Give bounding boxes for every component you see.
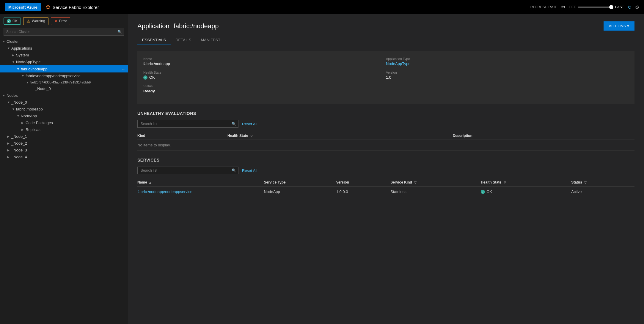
services-table: Name ▲ Service Type Version Service Kind…: [137, 178, 634, 197]
filter-icon[interactable]: ▽: [414, 181, 417, 184]
services-title: SERVICES: [137, 158, 634, 162]
search-cluster-icon: 🔍: [117, 30, 122, 34]
ess-version: Version 1.0: [386, 71, 629, 80]
health-ok-badge: ✓ OK: [481, 189, 568, 194]
col-name-label: Name: [137, 180, 147, 184]
ess-name: Name fabric:/nodeapp: [143, 57, 386, 66]
tree-item-replica[interactable]: ▼ 5ef23f37-633c-43ac-a138-7e15314a6bb9: [0, 79, 128, 85]
services-reset-all[interactable]: Reset All: [242, 168, 257, 173]
tree-item-nodeappservice[interactable]: ▼ fabric:/nodeapp/nodeappservice: [0, 72, 128, 79]
col-hstate-label: Health State: [481, 180, 501, 184]
tab-essentials[interactable]: ESSENTIALS: [137, 35, 171, 45]
filter-icon[interactable]: ▽: [504, 181, 506, 184]
col-svc-kind: Service Kind ▽: [390, 178, 481, 187]
tree-item-fabric-nodeapp-2[interactable]: ▼ fabric:/nodeapp: [0, 106, 128, 113]
refresh-icon[interactable]: ↻: [628, 4, 632, 10]
azure-logo: Microsoft Azure: [5, 3, 41, 11]
ess-apptype: Application Type NodeAppType: [386, 57, 629, 66]
off-label: OFF: [569, 5, 576, 9]
tab-details[interactable]: DETAILS: [171, 35, 196, 45]
tree-item-replicas[interactable]: ▶ Replicas: [0, 126, 128, 133]
ess-name-value: fabric:/nodeapp: [143, 61, 386, 66]
refresh-slider[interactable]: [578, 7, 613, 8]
fast-label: FAST: [615, 5, 624, 9]
ok-circle-icon: ✓: [481, 190, 485, 194]
gear-icon[interactable]: ⚙: [635, 4, 639, 10]
chevron-icon: ▶: [21, 121, 26, 124]
ok-label: OK: [12, 19, 18, 23]
topbar: Microsoft Azure ✿ Service Fabric Explore…: [0, 0, 644, 14]
services-search-input[interactable]: [137, 167, 238, 174]
sf-icon: ✿: [46, 4, 50, 10]
tree-item-applications[interactable]: ▼ Applications: [0, 45, 128, 52]
table-row-empty: No items to display.: [137, 140, 634, 151]
tree-label: _Node_4: [11, 155, 27, 159]
warning-icon: ⚠: [26, 19, 30, 23]
topbar-right: REFRESH RATE 2s OFF FAST ↻ ⚙: [530, 4, 639, 10]
error-button[interactable]: ✕ Error: [51, 17, 70, 25]
tree-label: System: [16, 53, 29, 57]
ess-apptype-label: Application Type: [386, 57, 629, 61]
tree-item-node2[interactable]: ▶ _Node_2: [0, 140, 128, 147]
chevron-icon: ▼: [17, 67, 21, 71]
ok-button[interactable]: ✓ OK: [4, 18, 21, 25]
ess-status-value: Ready: [143, 89, 386, 93]
ess-health-text: OK: [149, 75, 155, 80]
ok-icon: ✓: [7, 19, 11, 23]
chevron-icon: ▶: [21, 128, 26, 131]
tree-item-node1[interactable]: ▶ _Node_1: [0, 133, 128, 140]
chevron-icon: ▼: [2, 94, 7, 97]
tree-label: Applications: [11, 46, 32, 50]
unhealthy-title: UNHEALTHY EVALUATIONS: [137, 111, 634, 116]
filter-icon[interactable]: ▽: [250, 134, 253, 137]
tree-item-node0-top[interactable]: ▼ _Node_0: [0, 99, 128, 106]
warning-button[interactable]: ⚠ Warning: [23, 17, 48, 25]
col-description: Description: [453, 132, 634, 140]
col-svc-health: Health State ▽: [481, 178, 571, 187]
ess-status-label: Status: [143, 84, 386, 88]
tab-manifest[interactable]: MANIFEST: [196, 35, 225, 45]
chevron-icon: ▼: [7, 101, 11, 104]
svc-name-link[interactable]: fabric:/nodeapp/nodeappservice: [137, 189, 192, 194]
table-row: fabric:/nodeapp/nodeappservice NodeApp 1…: [137, 187, 634, 197]
tree-item-node4[interactable]: ▶ _Node_4: [0, 154, 128, 160]
svc-name-cell: fabric:/nodeapp/nodeappservice: [137, 187, 264, 197]
error-icon: ✕: [54, 19, 58, 23]
page-title-name: fabric:/nodeapp: [174, 22, 219, 30]
app-title: ✿ Service Fabric Explorer: [46, 4, 99, 10]
tree-label: Nodes: [7, 93, 18, 98]
tree-item-node3[interactable]: ▶ _Node_3: [0, 147, 128, 154]
tree-item-fabric-nodeapp[interactable]: ▼ fabric:/nodeapp ···: [0, 65, 128, 72]
empty-message: No items to display.: [137, 140, 634, 151]
tree-item-system[interactable]: ▶ System: [0, 52, 128, 59]
search-cluster-input[interactable]: [4, 28, 124, 36]
ess-apptype-link[interactable]: NodeAppType: [386, 61, 629, 66]
search-cluster: 🔍: [4, 28, 124, 36]
tree-label: NodeAppType: [16, 60, 40, 64]
chevron-icon: ▼: [21, 74, 26, 78]
tree-dots-icon[interactable]: ···: [122, 67, 125, 71]
tree-item-code-packages[interactable]: ▶ Code Packages: [0, 119, 128, 126]
tree-item-nodeapptype[interactable]: ▼ NodeAppType: [0, 59, 128, 65]
tree-item-cluster[interactable]: ▼ Cluster: [0, 38, 128, 45]
chevron-icon: ▶: [7, 148, 11, 152]
page-title: Application fabric:/nodeapp: [137, 22, 219, 30]
tree-item-nodeapp[interactable]: ▼ NodeApp: [0, 113, 128, 119]
app-title-text: Service Fabric Explorer: [53, 5, 99, 10]
essentials-section: Name fabric:/nodeapp Health State ✓ OK S…: [128, 45, 644, 203]
filter-icon[interactable]: ▽: [584, 181, 587, 184]
unhealthy-reset-all[interactable]: Reset All: [242, 122, 257, 126]
essentials-grid: Name fabric:/nodeapp Health State ✓ OK S…: [137, 51, 634, 104]
tree-item-nodes[interactable]: ▼ Nodes: [0, 92, 128, 99]
tree-label: fabric:/nodeapp: [16, 107, 43, 111]
actions-button[interactable]: ACTIONS ▾: [604, 21, 634, 31]
chevron-icon: ▼: [7, 47, 11, 50]
col-svc-type: Service Type: [264, 178, 336, 187]
col-svc-name[interactable]: Name ▲: [137, 178, 264, 187]
tree-item-node0-leaf[interactable]: _Node_0: [0, 85, 128, 92]
chevron-icon: ▶: [7, 155, 11, 159]
unhealthy-search-input[interactable]: [137, 120, 238, 128]
content-header: Application fabric:/nodeapp ACTIONS ▾: [128, 14, 644, 31]
tree-label: fabric:/nodeapp/nodeappservice: [26, 74, 81, 78]
chevron-icon: ▼: [12, 60, 16, 64]
